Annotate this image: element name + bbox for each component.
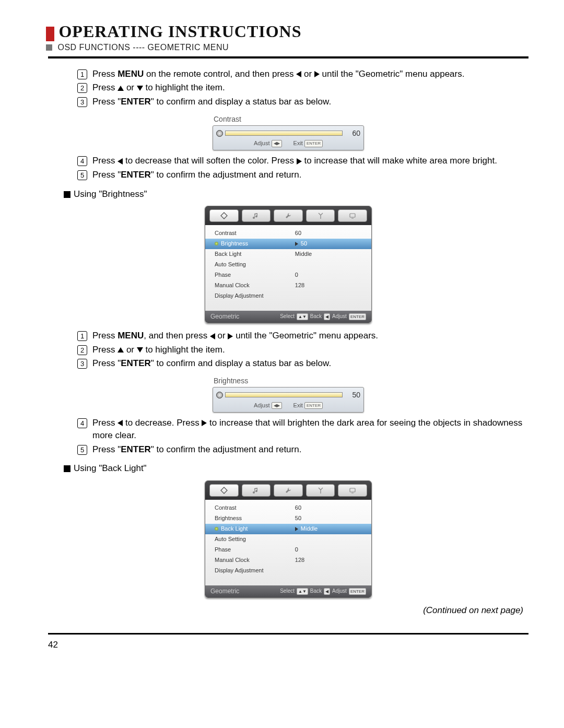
slider-knob-icon [216, 130, 223, 137]
osd-row-value: 0 [295, 546, 362, 554]
osd-row: Contrast60 [205, 503, 371, 513]
adjust-hint: Adjust ◀▶ [254, 402, 282, 410]
svg-rect-0 [350, 214, 355, 217]
down-arrow-icon [137, 347, 143, 353]
content: 1 Press MENU on the remote control, and … [48, 68, 528, 617]
osd-tab-tv [306, 484, 335, 497]
osd-row-value [295, 567, 362, 575]
slider-box: 60 Adjust ◀▶ Exit ENTER [213, 125, 364, 150]
svg-rect-1 [350, 488, 355, 492]
osd-row: Back LightMiddle [205, 249, 371, 260]
step-text: Press "ENTER" to confirm and display a s… [92, 96, 528, 109]
step-text: Press to decrease that will soften the c… [92, 155, 528, 168]
osd-row-value [295, 292, 362, 300]
step-number-icon: 5 [77, 170, 87, 180]
footer-rule [48, 633, 528, 635]
left-key-icon: ◀ [324, 588, 330, 595]
step-number-icon: 3 [77, 359, 87, 369]
left-arrow-icon [296, 71, 301, 77]
step-number-icon: 1 [77, 331, 87, 341]
osd-row-value: 60 [295, 229, 362, 238]
osd-row: Display Adjustment [205, 566, 371, 576]
osd-row: Manual Clock128 [205, 280, 371, 291]
wrench-icon [285, 212, 292, 219]
osd-tabs [205, 206, 371, 225]
updown-key-icon: ▲▼ [297, 313, 308, 321]
antenna-icon [317, 487, 324, 494]
osd-row-label: Manual Clock [215, 281, 295, 290]
step-number-icon: 3 [77, 97, 87, 107]
grey-bullet-icon [46, 44, 52, 51]
slider-box: 50 Adjust ◀▶ Exit ENTER [213, 387, 364, 412]
osd-row-value: 50 [295, 514, 362, 523]
osd-menu-brightness: Contrast60Brightness50Back LightMiddleAu… [205, 206, 372, 323]
steps-a-bottom: 4 Press to decrease that will soften the… [77, 155, 528, 181]
music-icon [252, 212, 260, 219]
osd-tab-tv [306, 209, 335, 222]
left-arrow-icon [118, 158, 123, 165]
down-arrow-icon [137, 86, 143, 91]
osd-row: Auto Setting [205, 260, 371, 270]
left-arrow-icon [118, 420, 123, 426]
monitor-icon [349, 487, 356, 494]
osd-row-label: Back Light [215, 250, 295, 259]
osd-row-label: Brightness [215, 514, 295, 523]
exit-hint: Exit ENTER [293, 139, 323, 148]
slider-knob-icon [216, 392, 223, 398]
step-number-icon: 2 [77, 345, 87, 355]
step-text: Press MENU, and then press or until the … [92, 330, 528, 343]
osd-row: Phase0 [205, 270, 371, 280]
right-arrow-icon [202, 420, 207, 426]
step-5: 5 Press "ENTER" to confirm the adjustmen… [77, 169, 528, 182]
step-number-icon: 4 [77, 418, 87, 428]
step-text: Press or to highlight the item. [92, 344, 528, 357]
step-2: 2 Press or to highlight the item. [77, 81, 528, 95]
step-4: 4 Press to decrease. Press to increase t… [77, 417, 528, 442]
osd-row-label: Back Light [215, 525, 295, 533]
osd-tab-tools [274, 484, 303, 497]
sub-heading-row: OSD FUNCTIONS ---- GEOMETRIC MENU [46, 42, 528, 52]
slider-track [225, 131, 343, 136]
osd-row-label: Auto Setting [215, 535, 295, 544]
right-arrow-icon [314, 71, 320, 77]
updown-key-icon: ▲▼ [297, 588, 308, 595]
osd-row-label: Manual Clock [215, 556, 295, 565]
step-text: Press "ENTER" to confirm and display a s… [92, 357, 528, 370]
header-rule [48, 56, 528, 58]
up-arrow-icon [118, 86, 124, 91]
slider-value: 50 [345, 390, 360, 400]
step-number-icon: 2 [77, 83, 87, 93]
osd-row-label: Contrast [215, 229, 295, 238]
brightness-slider-figure: Brightness 50 Adjust ◀▶ Exit ENTER [213, 375, 364, 413]
osd-menu-backlight: Contrast60Brightness50Back LightMiddleAu… [205, 480, 372, 598]
slider-label: Brightness [214, 375, 364, 386]
slider-track [225, 392, 343, 397]
osd-footer: Geometric Select▲▼ Back◀ AdjustENTER [205, 311, 371, 323]
square-bullet-icon [64, 465, 70, 472]
step-number-icon: 1 [77, 69, 87, 79]
step-number-icon: 5 [77, 445, 87, 455]
diamond-icon [220, 212, 228, 219]
step-text: Press "ENTER" to confirm the adjustment … [92, 443, 528, 456]
left-key-icon: ◀ [324, 313, 330, 321]
music-icon [252, 487, 260, 494]
osd-row-value: Middle [295, 525, 362, 533]
osd-menu-name: Geometric [210, 587, 272, 596]
right-arrow-icon [228, 333, 233, 339]
osd-tab-geometric [209, 209, 239, 222]
adjust-hint: Adjust ◀▶ [254, 139, 282, 148]
red-accent-bar [46, 27, 54, 41]
steps-b-bottom: 4 Press to decrease. Press to increase t… [77, 417, 528, 456]
wrench-icon [285, 487, 292, 494]
manual-page: OPERATING INSTRUCTIONS OSD FUNCTIONS ---… [0, 0, 564, 728]
osd-row: Brightness50 [205, 513, 371, 524]
osd-body: Contrast60Brightness50Back LightMiddleAu… [205, 500, 371, 585]
step-text: Press or to highlight the item. [92, 81, 528, 95]
osd-tab-tools [274, 209, 303, 222]
step-5: 5 Press "ENTER" to confirm the adjustmen… [77, 443, 528, 456]
osd-row-value: 50 [295, 240, 362, 248]
osd-footer: Geometric Select▲▼ Back◀ AdjustENTER [205, 585, 371, 597]
step-3: 3 Press "ENTER" to confirm and display a… [77, 357, 528, 370]
brightness-section-header: Using "Brightness" [64, 188, 528, 201]
osd-row: Contrast60 [205, 228, 371, 239]
